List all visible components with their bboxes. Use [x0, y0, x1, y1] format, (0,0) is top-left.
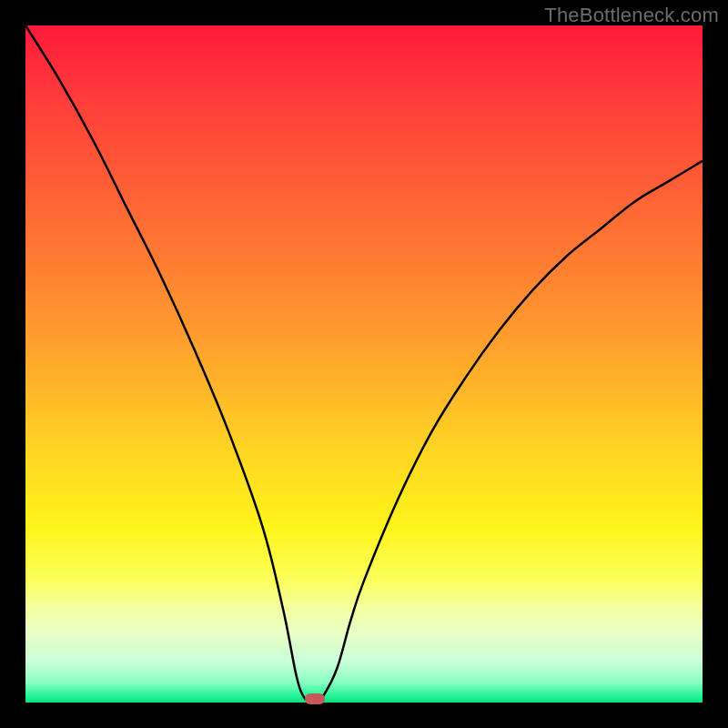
curve-svg: [25, 25, 703, 703]
bottleneck-curve-path: [25, 25, 703, 703]
optimum-marker: [305, 693, 325, 704]
plot-area: [25, 25, 703, 703]
watermark-text: TheBottleneck.com: [544, 4, 719, 27]
chart-frame: TheBottleneck.com: [0, 0, 728, 728]
